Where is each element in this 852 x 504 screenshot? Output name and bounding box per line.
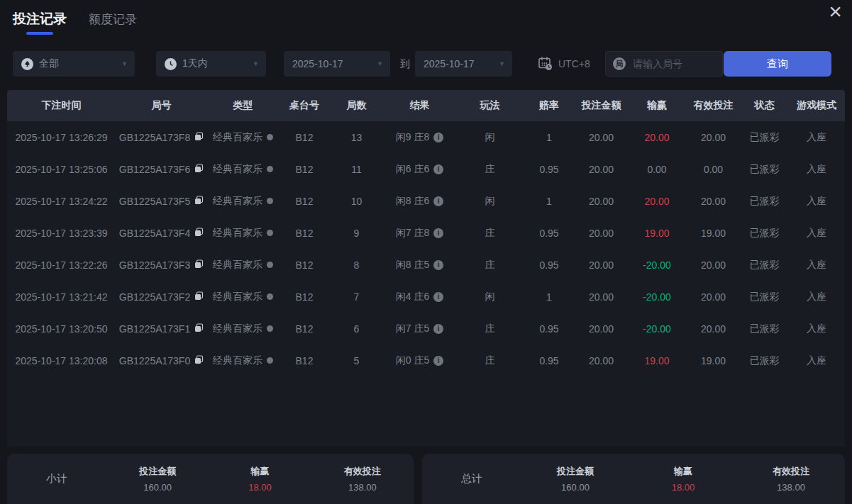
cell-game-type: 经典百家乐	[207, 195, 279, 208]
cell-game-mode: 入座	[788, 291, 845, 303]
cell-round-count: 7	[330, 291, 383, 303]
cell-play: 庄	[456, 354, 524, 367]
table-row: 2025-10-17 13:22:26 GB1225A173F3 经典百家乐 B…	[7, 249, 845, 281]
column-header: 游戏模式	[788, 99, 845, 112]
round-number-icon: 局	[613, 57, 626, 70]
cell-game-mode: 入座	[788, 323, 845, 335]
info-icon[interactable]: i	[433, 133, 443, 142]
info-icon[interactable]: i	[433, 292, 443, 302]
game-dot-icon	[267, 166, 273, 172]
clock-icon	[165, 58, 177, 70]
column-header: 下注时间	[7, 99, 116, 112]
chevron-down-icon: ▼	[121, 60, 128, 67]
cell-status: 已派彩	[741, 323, 788, 335]
tab-quota-records[interactable]: 额度记录	[89, 11, 137, 28]
cell-round-id: GB1225A173F2	[116, 291, 207, 303]
close-icon[interactable]: ×	[829, 0, 842, 26]
cell-game-mode: 入座	[788, 227, 845, 240]
copy-icon[interactable]	[194, 291, 204, 303]
cell-bet-amount: 20.00	[575, 228, 628, 239]
cell-round-id: GB1225A173F1	[116, 323, 207, 335]
cell-round-count: 10	[330, 196, 383, 207]
table-row: 2025-10-17 13:23:39 GB1225A173F4 经典百家乐 B…	[7, 217, 845, 249]
tab-betting-records-label: 投注记录	[13, 11, 67, 26]
cell-play: 庄	[456, 259, 524, 271]
cell-win-loss: 20.00	[628, 132, 686, 143]
cell-round-count: 9	[330, 228, 383, 239]
copy-icon[interactable]	[194, 164, 204, 175]
total-win-loss: 输赢 18.00	[629, 465, 737, 493]
spade-icon	[21, 58, 33, 70]
copy-icon[interactable]	[194, 132, 204, 143]
cell-play: 闲	[456, 291, 524, 303]
round-id-text: GB1225A173F1	[119, 323, 190, 335]
active-tab-underline	[26, 32, 53, 35]
time-range-value: 1天内	[182, 57, 208, 70]
total-bet-amount: 投注金额 160.00	[521, 465, 629, 493]
calendar-clock-icon	[537, 55, 553, 73]
result-text: 闲8 庄6	[396, 195, 429, 208]
date-to-value: 2025-10-17	[424, 58, 475, 69]
info-icon[interactable]: i	[433, 356, 443, 366]
timezone-indicator[interactable]: UTC+8	[537, 51, 590, 77]
info-icon[interactable]: i	[433, 164, 443, 174]
info-icon[interactable]: i	[433, 196, 443, 206]
result-text: 闲4 庄6	[396, 291, 429, 303]
cell-win-loss: 0.00	[628, 164, 686, 175]
game-type-text: 经典百家乐	[213, 291, 262, 303]
cell-game-type: 经典百家乐	[207, 259, 279, 271]
cell-play: 闲	[456, 195, 524, 208]
cell-game-mode: 入座	[788, 354, 845, 367]
round-search-input[interactable]	[631, 57, 715, 70]
copy-icon[interactable]	[194, 196, 204, 207]
info-icon[interactable]: i	[433, 260, 443, 270]
cell-valid-bet: 19.00	[686, 228, 741, 239]
copy-icon[interactable]	[194, 228, 204, 239]
cell-valid-bet: 20.00	[686, 196, 741, 207]
column-header: 有效投注	[686, 99, 741, 112]
result-text: 闲7 庄5	[396, 323, 429, 335]
cell-bet-time: 2025-10-17 13:21:42	[7, 291, 116, 303]
cell-table-no: B12	[279, 132, 330, 143]
column-header: 局号	[116, 99, 207, 112]
column-header: 局数	[330, 99, 383, 112]
copy-icon[interactable]	[194, 355, 204, 366]
cell-result: 闲4 庄6 i	[383, 291, 456, 303]
info-icon[interactable]: i	[433, 228, 443, 238]
cell-round-count: 6	[330, 323, 383, 335]
date-range-to-label: 到	[394, 51, 416, 77]
cell-game-type: 经典百家乐	[207, 131, 279, 144]
cell-game-mode: 入座	[788, 163, 845, 176]
query-button[interactable]: 查询	[724, 51, 831, 77]
cell-bet-amount: 20.00	[575, 291, 628, 303]
cell-round-count: 11	[330, 164, 383, 175]
result-text: 闲6 庄6	[396, 163, 429, 176]
cell-valid-bet: 20.00	[686, 132, 741, 143]
subtotal-valid-bet: 有效投注 138.00	[311, 465, 414, 493]
subtotal-valid-bet-label: 有效投注	[311, 465, 414, 478]
chevron-down-icon: ▼	[499, 60, 505, 67]
copy-icon[interactable]	[194, 259, 204, 271]
subtotal-bet-amount: 投注金额 160.00	[106, 465, 209, 493]
top-bar: 投注记录 额度记录 ×	[0, 0, 852, 43]
copy-icon[interactable]	[194, 323, 204, 335]
info-icon[interactable]: i	[433, 324, 443, 334]
cell-odds: 0.95	[524, 355, 575, 366]
cell-round-id: GB1225A173F5	[116, 196, 207, 207]
cell-round-count: 13	[330, 132, 383, 143]
round-id-text: GB1225A173F5	[119, 196, 190, 207]
cell-valid-bet: 19.00	[686, 355, 741, 366]
game-type-select[interactable]: 全部 ▼	[13, 51, 135, 77]
cell-result: 闲7 庄8 i	[383, 227, 456, 240]
table-body: 2025-10-17 13:26:29 GB1225A173F8 经典百家乐 B…	[7, 121, 845, 376]
round-search-field[interactable]: 局	[605, 51, 723, 77]
tab-betting-records[interactable]: 投注记录	[13, 10, 67, 28]
date-from-select[interactable]: 2025-10-17 ▼	[284, 51, 390, 77]
cell-table-no: B12	[279, 228, 330, 239]
cell-table-no: B12	[279, 259, 330, 271]
cell-win-loss: 20.00	[628, 196, 686, 207]
cell-play: 庄	[456, 323, 524, 335]
tab-quota-records-label: 额度记录	[89, 13, 137, 26]
time-range-select[interactable]: 1天内 ▼	[156, 51, 266, 77]
date-to-select[interactable]: 2025-10-17 ▼	[415, 51, 512, 77]
